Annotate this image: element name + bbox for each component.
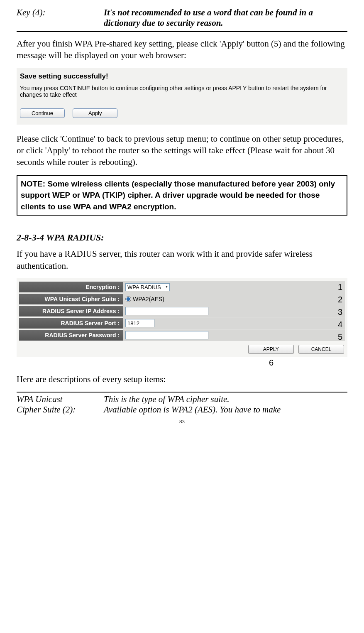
form-row-encryption: Encryption : WPA RADIUS 1 <box>19 281 345 293</box>
password-label: RADIUS Server Password : <box>19 330 123 341</box>
encryption-label: Encryption : <box>19 282 123 292</box>
form-row-ip: RADIUS Server IP Address : 3 <box>19 305 345 317</box>
annot-3: 3 <box>338 307 342 317</box>
page-number: 83 <box>17 418 347 425</box>
port-area: 1812 <box>123 317 345 329</box>
paragraph-radius: If you have a RADIUS server, this router… <box>17 248 347 272</box>
encryption-select[interactable]: WPA RADIUS <box>125 283 170 291</box>
form-row-cipher: WPA Unicast Cipher Suite : WPA2(AES) 2 <box>19 293 345 305</box>
cipher-radio[interactable] <box>125 296 131 302</box>
form-cancel-button[interactable]: CANCEL <box>298 345 344 354</box>
apply-button[interactable]: Apply <box>73 108 117 118</box>
divider <box>17 31 347 32</box>
section-heading: 2-8-3-4 WPA RADIUS: <box>17 232 347 243</box>
form-row-password: RADIUS Server Password : 5 <box>19 329 345 341</box>
key4-label: Key (4): <box>17 7 104 28</box>
annot-5: 5 <box>338 332 342 342</box>
annot-2: 2 <box>338 295 342 304</box>
port-label: RADIUS Server Port : <box>19 318 123 329</box>
wpa-unicast-label2: Cipher Suite (2): <box>17 405 104 415</box>
cipher-value: WPA2(AES) <box>133 296 164 302</box>
paragraph-continue: Please click 'Continue' to back to previ… <box>17 133 347 168</box>
ip-label: RADIUS Server IP Address : <box>19 306 123 316</box>
wpa-unicast-row2: Cipher Suite (2): Available option is WP… <box>17 405 347 415</box>
encryption-area: WPA RADIUS <box>123 281 345 293</box>
annot-4: 4 <box>338 320 342 329</box>
continue-button[interactable]: Continue <box>20 108 65 118</box>
wpa-unicast-label1: WPA Unicast <box>17 394 104 405</box>
form-buttons: APPLY CANCEL <box>19 341 345 355</box>
annot-1: 1 <box>338 282 342 292</box>
key4-text: It's not recommended to use a word that … <box>104 7 347 28</box>
ip-area <box>123 305 345 317</box>
cipher-area: WPA2(AES) <box>123 293 345 305</box>
save-settings-panel: Save setting successfully! You may press… <box>17 68 347 125</box>
annot-6: 6 <box>195 358 347 368</box>
radius-form: Encryption : WPA RADIUS 1 WPA Unicast Ci… <box>17 278 347 357</box>
form-row-port: RADIUS Server Port : 1812 4 <box>19 317 345 329</box>
ip-input[interactable] <box>125 307 208 315</box>
cipher-label: WPA Unicast Cipher Suite : <box>19 294 123 304</box>
key4-row: Key (4): It's not recommended to use a w… <box>17 7 347 28</box>
save-title: Save setting successfully! <box>20 72 344 81</box>
wpa-unicast-text2: Available option is WPA2 (AES). You have… <box>104 405 347 415</box>
note-box: NOTE: Some wireless clients (especially … <box>17 175 347 216</box>
port-input[interactable]: 1812 <box>125 319 154 327</box>
save-message: You may press CONTINUE button to continu… <box>20 85 344 98</box>
wpa-unicast-row1: WPA Unicast This is the type of WPA ciph… <box>17 394 347 405</box>
password-input[interactable] <box>125 331 208 339</box>
divider-thin <box>17 392 347 393</box>
password-area <box>123 329 345 341</box>
form-apply-button[interactable]: APPLY <box>248 345 294 354</box>
wpa-unicast-text1: This is the type of WPA cipher suite. <box>104 394 347 405</box>
paragraph-after-key4: After you finish WPA Pre-shared key sett… <box>17 38 347 61</box>
paragraph-desc: Here are descriptions of every setup ite… <box>17 373 347 385</box>
